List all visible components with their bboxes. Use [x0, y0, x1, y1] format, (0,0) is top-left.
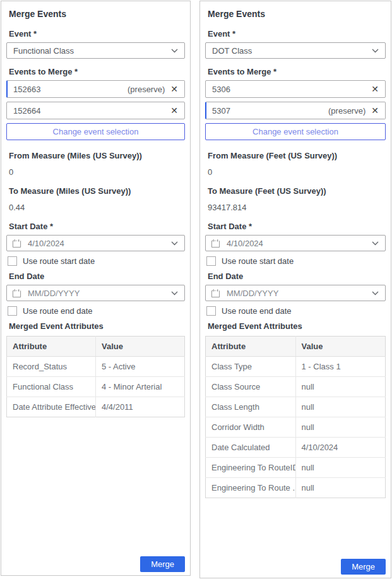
calendar-icon — [12, 289, 21, 298]
table-row: Date Calculated 4/10/2024 — [206, 438, 386, 458]
table-row: Class Length null — [206, 397, 386, 417]
end-date-label: End Date — [9, 272, 185, 281]
to-measure-label: To Measure (Miles (US Survey)) — [9, 186, 185, 196]
use-route-end-date-label[interactable]: Use route end date — [23, 306, 93, 316]
from-measure-label: From Measure (Feet (US Survey)) — [208, 151, 386, 160]
table-row: Engineering To RouteID null — [206, 458, 386, 478]
events-to-merge-label: Events to Merge * — [208, 67, 386, 76]
close-icon[interactable]: ✕ — [170, 85, 178, 93]
value-cell: 4/10/2024 — [295, 438, 386, 458]
table-row: Engineering To Route ... null — [206, 478, 386, 498]
merged-event-attributes-title: Merged Event Attributes — [9, 321, 185, 331]
attribute-column-header: Attribute — [7, 337, 96, 357]
value-cell: 4 - Minor Arterial — [96, 377, 185, 397]
use-route-start-date-label[interactable]: Use route start date — [23, 256, 95, 266]
start-date-label: Start Date * — [9, 222, 185, 231]
value-cell: null — [295, 397, 386, 417]
attribute-cell: Date Calculated — [206, 438, 296, 458]
value-cell: null — [295, 458, 386, 478]
chevron-down-icon — [171, 291, 178, 295]
table-row: Class Source null — [206, 377, 386, 397]
use-route-end-date-label[interactable]: Use route end date — [222, 306, 292, 316]
start-date-input[interactable] — [225, 238, 372, 249]
use-route-end-date-checkbox[interactable] — [206, 306, 216, 316]
value-column-header: Value — [96, 337, 185, 357]
close-icon[interactable]: ✕ — [170, 106, 178, 115]
calendar-icon — [12, 239, 21, 248]
use-route-end-date-row: Use route end date — [8, 306, 185, 316]
event-select[interactable]: Functional Class — [6, 42, 185, 59]
to-measure-value: 0.44 — [9, 203, 185, 212]
from-measure-value: 0 — [9, 167, 185, 177]
value-cell: 5 - Active — [96, 357, 185, 377]
merge-event-item: ✕ — [6, 102, 185, 119]
start-date-input[interactable] — [27, 238, 171, 249]
event-id-input[interactable] — [13, 85, 128, 94]
chevron-down-icon — [372, 291, 379, 295]
attribute-cell: Class Type — [206, 357, 296, 377]
end-date-input[interactable] — [27, 288, 171, 299]
use-route-start-date-label[interactable]: Use route start date — [222, 256, 294, 266]
value-cell: 1 - Class 1 — [295, 357, 386, 377]
merge-event-item: ✕ — [205, 80, 386, 98]
merged-attributes-table: Attribute Value Class Type 1 - Class 1 C… — [205, 336, 386, 498]
event-label: Event * — [9, 29, 185, 39]
chevron-down-icon — [372, 49, 379, 53]
merge-event-item: (preserve) ✕ — [205, 102, 386, 119]
attribute-cell: Engineering To Route ... — [206, 478, 296, 498]
chevron-down-icon — [171, 49, 178, 53]
attribute-column-header: Attribute — [206, 337, 296, 357]
attribute-cell: Class Source — [206, 377, 296, 397]
end-date-label: End Date — [208, 272, 386, 281]
use-route-end-date-checkbox[interactable] — [8, 306, 17, 316]
value-cell: null — [295, 417, 386, 438]
merge-events-panel-right: Merge Events Event * DOT Class Events to… — [199, 1, 391, 578]
attribute-cell: Corridor Width — [206, 417, 296, 438]
table-row: Date Attribute Effective 4/4/2011 — [7, 397, 185, 417]
close-icon[interactable]: ✕ — [371, 106, 379, 115]
merge-button[interactable]: Merge — [140, 556, 185, 572]
page-title: Merge Events — [9, 9, 185, 19]
start-date-picker[interactable] — [6, 235, 185, 251]
use-route-start-date-checkbox[interactable] — [8, 256, 17, 266]
table-row: Corridor Width null — [206, 417, 386, 438]
close-icon[interactable]: ✕ — [371, 85, 379, 93]
merge-button[interactable]: Merge — [341, 559, 386, 575]
to-measure-value: 93417.814 — [208, 203, 386, 212]
table-row: Functional Class 4 - Minor Arterial — [7, 377, 185, 397]
use-route-start-date-row: Use route start date — [8, 256, 185, 266]
value-cell: null — [295, 478, 386, 498]
end-date-picker[interactable] — [6, 285, 185, 301]
end-date-input[interactable] — [225, 288, 372, 299]
attribute-cell: Engineering To RouteID — [206, 458, 296, 478]
event-id-input[interactable] — [212, 106, 328, 116]
start-date-picker[interactable] — [205, 235, 386, 251]
event-select-value: DOT Class — [212, 46, 252, 56]
event-id-input[interactable] — [13, 106, 165, 116]
to-measure-label: To Measure (Feet (US Survey)) — [208, 186, 386, 196]
end-date-picker[interactable] — [205, 285, 386, 301]
event-select[interactable]: DOT Class — [205, 42, 386, 59]
from-measure-value: 0 — [208, 167, 386, 177]
table-row: Record_Status 5 - Active — [7, 357, 185, 377]
merge-event-item: (preserve) ✕ — [6, 80, 185, 98]
attribute-cell: Class Length — [206, 397, 296, 417]
table-header-row: Attribute Value — [206, 337, 386, 357]
change-event-selection-button[interactable]: Change event selection — [6, 123, 185, 140]
table-row: Class Type 1 - Class 1 — [206, 357, 386, 377]
preserve-tag: (preserve) — [328, 106, 365, 116]
from-measure-label: From Measure (Miles (US Survey)) — [9, 151, 185, 160]
value-cell: 4/4/2011 — [96, 397, 185, 417]
calendar-icon — [211, 289, 220, 298]
use-route-end-date-row: Use route end date — [206, 306, 386, 316]
use-route-start-date-checkbox[interactable] — [206, 256, 216, 266]
event-id-input[interactable] — [212, 85, 365, 94]
chevron-down-icon — [171, 241, 178, 246]
calendar-icon — [211, 239, 220, 248]
change-event-selection-button[interactable]: Change event selection — [205, 123, 386, 140]
attribute-cell: Date Attribute Effective — [7, 397, 96, 417]
value-cell: null — [295, 377, 386, 397]
event-label: Event * — [208, 29, 386, 39]
attribute-cell: Record_Status — [7, 357, 96, 377]
page-title: Merge Events — [208, 9, 386, 19]
